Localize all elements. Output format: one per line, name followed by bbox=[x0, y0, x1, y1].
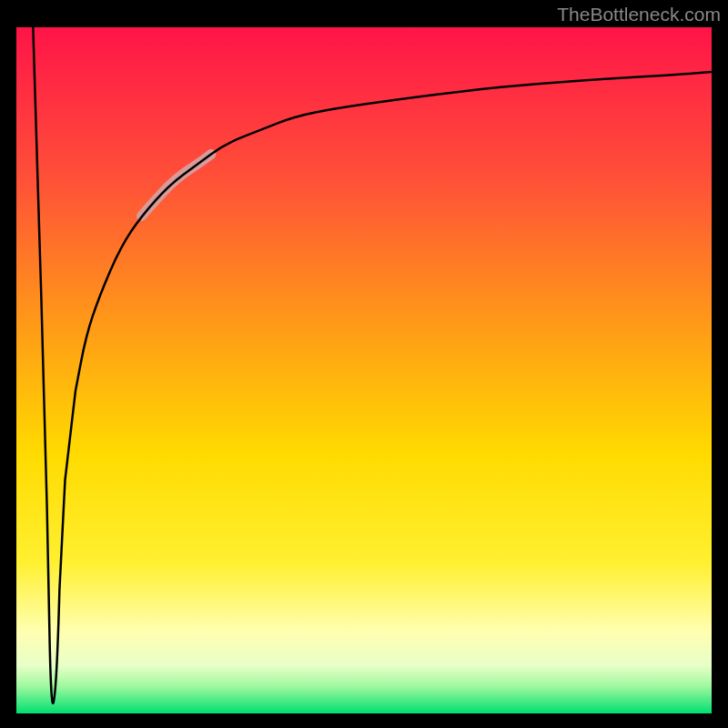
watermark-text: TheBottleneck.com bbox=[557, 4, 721, 25]
bottleneck-chart bbox=[16, 27, 712, 713]
gradient-background bbox=[16, 27, 712, 713]
chart-svg bbox=[16, 27, 712, 713]
